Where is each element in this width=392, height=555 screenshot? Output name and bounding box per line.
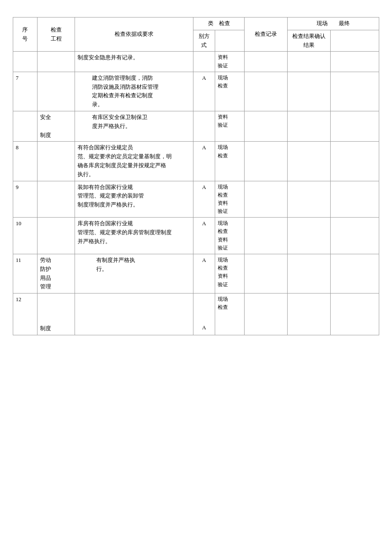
cell-req: 库房有符合国家行业规管理范、规定要求的库房管制度理制度并严格执行。 [75, 218, 193, 254]
table-row: 11 劳动防护用品管理 有制度并严格执行。 A 现场检查资料验证 [13, 254, 379, 293]
table-row: 安全制度 有库区安全保卫制保卫度并严格执行。 资料验证 [13, 111, 379, 141]
cell-onsite [288, 142, 331, 181]
cell-item [37, 142, 75, 181]
cell-item: 安全制度 [37, 111, 75, 141]
cell-method: 资料验证 [215, 111, 244, 141]
cell-seq [13, 111, 37, 141]
table-row: 制度安全隐患并有记录。 资料验证 [13, 52, 379, 72]
cell-type: A [193, 72, 215, 111]
cell-record [245, 142, 288, 181]
main-table-container: 序号 检查工程 检查依据或要求 类 检查 检查记录 现场 最终 别方式 检查结果… [13, 17, 379, 335]
cell-onsite [288, 218, 331, 254]
inspection-table: 序号 检查工程 检查依据或要求 类 检查 检查记录 现场 最终 别方式 检查结果… [13, 17, 379, 335]
cell-req: 制度安全隐患并有记录。 [75, 52, 193, 72]
cell-method: 资料验证 [215, 52, 244, 72]
cell-final [331, 254, 379, 293]
cell-type: A [193, 181, 215, 218]
cell-final [331, 72, 379, 111]
header-type-method-top: 类 检查 [193, 17, 245, 30]
header-req: 检查依据或要求 [75, 17, 193, 52]
cell-record [245, 52, 288, 72]
cell-record [245, 72, 288, 111]
cell-type: A [193, 254, 215, 293]
cell-final [331, 142, 379, 181]
cell-final [331, 111, 379, 141]
cell-item [37, 72, 75, 111]
cell-method: 现场检查资料验证 [215, 218, 244, 254]
cell-req: 有符合国家行业规定员范、规定要求的定员定定量基制度，明确各库房定制度员定量并按规… [75, 142, 193, 181]
cell-final [331, 52, 379, 72]
header-onsite-final-top: 现场 最终 [288, 17, 379, 30]
cell-method: 现场检查 [215, 142, 244, 181]
cell-item: 劳动防护用品管理 [37, 254, 75, 293]
cell-item [37, 218, 75, 254]
table-header-row: 序号 检查工程 检查依据或要求 类 检查 检查记录 现场 最终 [13, 17, 379, 30]
cell-seq [13, 52, 37, 72]
table-row: 10 库房有符合国家行业规管理范、规定要求的库房管制度理制度并严格执行。 A 现… [13, 218, 379, 254]
cell-record [245, 254, 288, 293]
header-final [331, 30, 379, 52]
cell-type: A [193, 293, 215, 335]
header-seq: 序号 [13, 17, 37, 52]
cell-item [37, 181, 75, 218]
cell-req [75, 293, 193, 335]
cell-onsite [288, 111, 331, 141]
cell-onsite [288, 293, 331, 335]
cell-req: 建立消防管理制度，消防消防设施及消防器材应管理定期检查并有检查记制度录。 [75, 72, 193, 111]
cell-final [331, 293, 379, 335]
cell-seq: 9 [13, 181, 37, 218]
cell-seq: 12 [13, 293, 37, 335]
cell-seq: 11 [13, 254, 37, 293]
cell-type: A [193, 218, 215, 254]
cell-type [193, 52, 215, 72]
cell-req: 有库区安全保卫制保卫度并严格执行。 [75, 111, 193, 141]
header-record: 检查记录 [245, 17, 288, 52]
header-type: 别方式 [193, 30, 215, 52]
table-row: 9 装卸有符合国家行业规管理范、规定要求的装卸管制度理制度并严格执行。 A 现场… [13, 181, 379, 218]
cell-type: A [193, 142, 215, 181]
cell-final [331, 218, 379, 254]
cell-req: 有制度并严格执行。 [75, 254, 193, 293]
cell-req: 装卸有符合国家行业规管理范、规定要求的装卸管制度理制度并严格执行。 [75, 181, 193, 218]
header-onsite: 检查结果确认结果 [288, 30, 331, 52]
cell-onsite [288, 181, 331, 218]
cell-seq: 10 [13, 218, 37, 254]
header-method [215, 30, 244, 52]
cell-record [245, 218, 288, 254]
header-item: 检查工程 [37, 17, 75, 52]
cell-type [193, 111, 215, 141]
cell-onsite [288, 72, 331, 111]
cell-onsite [288, 254, 331, 293]
cell-onsite [288, 52, 331, 72]
cell-item: 制度 [37, 293, 75, 335]
table-row: 8 有符合国家行业规定员范、规定要求的定员定定量基制度，明确各库房定制度员定量并… [13, 142, 379, 181]
cell-seq: 8 [13, 142, 37, 181]
cell-item [37, 52, 75, 72]
cell-final [331, 181, 379, 218]
cell-record [245, 293, 288, 335]
table-row: 7 建立消防管理制度，消防消防设施及消防器材应管理定期检查并有检查记制度录。 A… [13, 72, 379, 111]
cell-method: 现场检查 [215, 293, 244, 335]
cell-method: 现场检查资料验证 [215, 254, 244, 293]
cell-seq: 7 [13, 72, 37, 111]
cell-method: 现场检查 [215, 72, 244, 111]
cell-record [245, 111, 288, 141]
table-row: 12 制度 A 现场检查 [13, 293, 379, 335]
cell-record [245, 181, 288, 218]
cell-method: 现场检查资料验证 [215, 181, 244, 218]
